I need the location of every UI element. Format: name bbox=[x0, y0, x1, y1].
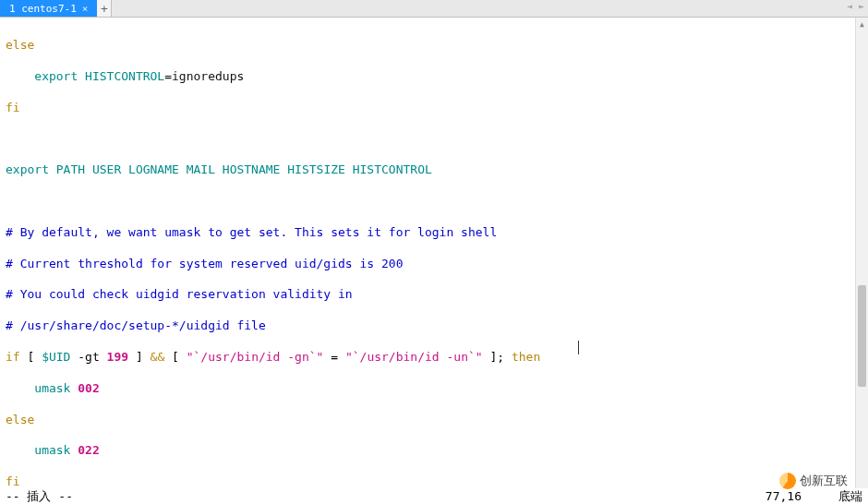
scroll-location: 底端 bbox=[838, 488, 862, 505]
ident: PATH USER LOGNAME MAIL HOSTNAME HISTSIZE… bbox=[49, 162, 432, 176]
editor-area[interactable]: else export HISTCONTROL=ignoredups fi ex… bbox=[0, 18, 868, 488]
plus-icon: + bbox=[101, 2, 108, 16]
close-icon[interactable]: × bbox=[82, 3, 89, 15]
txt: -gt bbox=[70, 350, 106, 364]
str: "`/usr/bin/id -un`" bbox=[345, 350, 483, 364]
vim-mode: -- 插入 -- bbox=[6, 488, 73, 505]
comment: # /usr/share/doc/setup-*/uidgid file bbox=[6, 318, 266, 332]
num: 022 bbox=[70, 443, 99, 457]
kw: then bbox=[512, 350, 540, 364]
chevron-up-icon: ▲ bbox=[860, 20, 864, 29]
txt: [ bbox=[20, 350, 42, 364]
ident: ignoredups bbox=[172, 69, 244, 83]
text-caret-icon bbox=[578, 341, 579, 354]
watermark-text: 创新互联 bbox=[800, 473, 848, 489]
str: "`/usr/bin/id -gn`" bbox=[187, 350, 324, 364]
kw: fi bbox=[6, 101, 20, 114]
var: $UID bbox=[42, 350, 70, 364]
txt: = bbox=[323, 350, 344, 364]
op: = bbox=[164, 69, 172, 83]
kw: else bbox=[6, 413, 34, 426]
num: 002 bbox=[70, 381, 99, 395]
cmd: export bbox=[34, 69, 78, 83]
tab-prev-button[interactable]: ◄ bbox=[845, 1, 854, 11]
tab-bar: 1 centos7-1 × + ◄ ► bbox=[0, 0, 868, 18]
op: && bbox=[151, 350, 165, 364]
watermark: 创新互联 bbox=[779, 473, 848, 489]
cmd: umask bbox=[34, 443, 70, 457]
scroll-thumb[interactable] bbox=[858, 285, 866, 387]
logo-icon bbox=[779, 473, 796, 489]
txt: [ bbox=[164, 350, 186, 364]
tab-nav: ◄ ► bbox=[845, 1, 866, 11]
comment: # Current threshold for system reserved … bbox=[6, 257, 403, 270]
txt: ] bbox=[128, 350, 150, 364]
vim-status-bar: -- 插入 -- 77,16 底端 bbox=[0, 488, 868, 504]
scroll-up-button[interactable]: ▲ bbox=[856, 18, 868, 30]
tab-next-button[interactable]: ► bbox=[857, 1, 866, 11]
cmd: umask bbox=[34, 381, 70, 395]
vertical-scrollbar[interactable]: ▲ ▼ bbox=[855, 18, 868, 504]
cmd: export bbox=[6, 162, 49, 176]
comment: # You could check uidgid reservation val… bbox=[6, 287, 353, 301]
new-tab-button[interactable]: + bbox=[97, 0, 112, 17]
kw: if bbox=[6, 350, 20, 364]
comment: # By default, we want umask to get set. … bbox=[6, 225, 497, 239]
tab-terminal-1[interactable]: 1 centos7-1 × bbox=[0, 0, 97, 17]
kw: fi bbox=[6, 474, 20, 488]
txt: ]; bbox=[483, 350, 512, 364]
kw: else bbox=[6, 38, 34, 52]
ident: HISTCONTROL bbox=[78, 69, 164, 83]
num: 199 bbox=[107, 350, 128, 364]
tab-label: 1 centos7-1 bbox=[9, 3, 77, 15]
cursor-position: 77,16 bbox=[766, 489, 802, 503]
